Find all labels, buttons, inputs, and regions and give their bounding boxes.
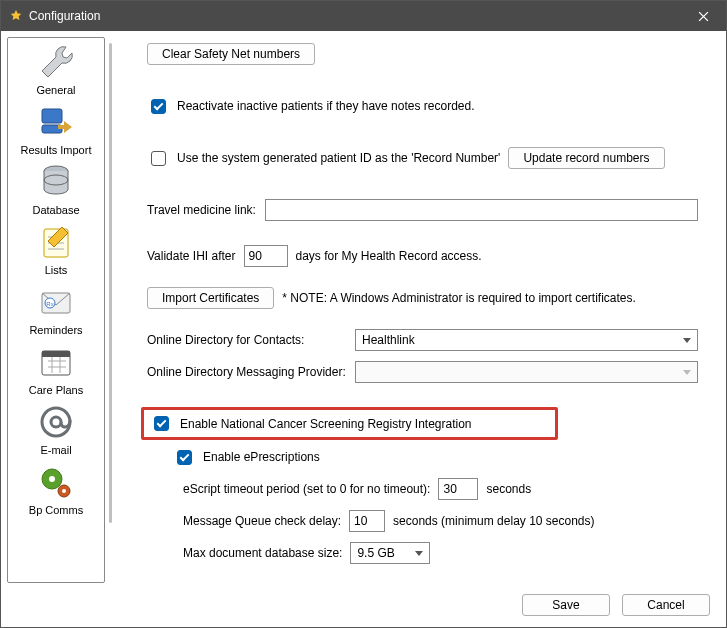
close-button[interactable] [681,1,726,31]
validate-ihi-post: days for My Health Record access. [296,249,482,263]
sidebar-item-label: Lists [45,262,68,276]
online-dir-contacts-select[interactable]: Healthlink [355,329,698,351]
svg-rect-12 [42,351,70,357]
ncsr-highlight: Enable National Cancer Screening Registr… [141,407,558,440]
escript-timeout-label: eScript timeout period (set to 0 for no … [183,482,430,496]
max-db-select[interactable]: 9.5 GB [350,542,430,564]
window-title: Configuration [29,9,100,23]
sidebar-item-care-plans[interactable]: Care Plans [8,338,104,398]
svg-rect-0 [42,109,62,123]
sidebar-item-label: Bp Comms [29,502,83,516]
sidebar-item-label: Care Plans [29,382,83,396]
max-db-value: 9.5 GB [357,546,394,560]
envelope-icon: Rx [32,282,80,322]
import-certificates-note: * NOTE: A Windows Administrator is requi… [282,291,635,305]
database-icon [32,162,80,202]
escript-timeout-input[interactable] [438,478,478,500]
server-arrow-icon [32,102,80,142]
online-dir-msg-select[interactable] [355,361,698,383]
clear-safety-net-button[interactable]: Clear Safety Net numbers [147,43,315,65]
sidebar-item-bp-comms[interactable]: Bp Comms [8,458,104,518]
svg-point-17 [42,408,70,436]
enable-ncsr-label: Enable National Cancer Screening Registr… [180,417,472,431]
at-sign-icon [32,402,80,442]
sidebar-item-label: E-mail [40,442,71,456]
online-dir-contacts-label: Online Directory for Contacts: [147,333,347,347]
close-icon [698,11,709,22]
config-window: Configuration General [0,0,727,628]
cancel-button[interactable]: Cancel [622,594,710,616]
online-dir-msg-label: Online Directory Messaging Provider: [147,365,347,379]
sidebar-item-email[interactable]: E-mail [8,398,104,458]
svg-point-22 [62,489,66,493]
sidebar-item-database[interactable]: Database [8,158,104,218]
escript-timeout-unit: seconds [486,482,531,496]
app-icon [9,9,23,23]
mq-delay-input[interactable] [349,510,385,532]
enable-ncsr-checkbox[interactable] [154,416,169,431]
sidebar-scrollbar[interactable] [109,43,112,523]
save-button[interactable]: Save [522,594,610,616]
travel-link-input[interactable] [265,199,698,221]
sidebar-item-results-import[interactable]: Results Import [8,98,104,158]
enable-eprescriptions-label: Enable ePrescriptions [203,450,320,464]
update-record-numbers-button[interactable]: Update record numbers [508,147,664,169]
wrench-icon [32,42,80,82]
chevron-down-icon [683,370,691,375]
gears-icon [32,462,80,502]
import-certificates-button[interactable]: Import Certificates [147,287,274,309]
calendar-icon [32,342,80,382]
enable-eprescriptions-checkbox[interactable] [177,450,192,465]
mq-delay-label: Message Queue check delay: [183,514,341,528]
sidebar-item-label: Database [32,202,79,216]
sidebar-item-label: Reminders [29,322,82,336]
sidebar-item-general[interactable]: General [8,38,104,98]
validate-ihi-pre: Validate IHI after [147,249,236,263]
svg-text:Rx: Rx [46,301,53,307]
sidebar-item-reminders[interactable]: Rx Reminders [8,278,104,338]
online-dir-contacts-value: Healthlink [362,333,415,347]
main-panel: Clear Safety Net numbers Reactivate inac… [115,37,720,583]
notepad-icon [32,222,80,262]
reactivate-label: Reactivate inactive patients if they hav… [177,99,475,113]
svg-point-20 [49,476,55,482]
use-system-id-checkbox[interactable] [151,151,166,166]
footer: Save Cancel [1,583,726,627]
sidebar: General Results Import Database [7,37,105,583]
sidebar-item-label: Results Import [21,142,92,156]
chevron-down-icon [683,338,691,343]
sidebar-item-lists[interactable]: Lists [8,218,104,278]
sidebar-item-label: General [36,82,75,96]
max-db-label: Max document database size: [183,546,342,560]
reactivate-checkbox[interactable] [151,99,166,114]
mq-delay-suffix: seconds (minimum delay 10 seconds) [393,514,594,528]
titlebar: Configuration [1,1,726,31]
use-system-id-label: Use the system generated patient ID as t… [177,151,500,165]
chevron-down-icon [415,551,423,556]
travel-link-label: Travel medicine link: [147,203,257,217]
validate-ihi-days-input[interactable] [244,245,288,267]
